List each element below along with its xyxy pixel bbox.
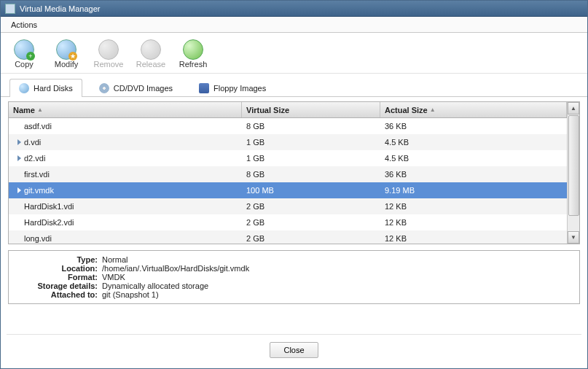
cell-actual: 4.5 KB <box>380 154 567 163</box>
tab-floppy[interactable]: Floppy Images <box>189 79 275 97</box>
table-row[interactable]: d2.vdi1 GB4.5 KB <box>9 150 567 166</box>
disk-copy-icon: + <box>14 39 34 60</box>
cell-virtual: 2 GB <box>242 218 380 227</box>
media-list: Name▲ Virtual Size Actual Size▲ asdf.vdi… <box>8 101 580 244</box>
value-attached: git (Snapshot 1) <box>102 290 159 299</box>
cell-actual: 12 KB <box>380 202 567 211</box>
value-storage: Dynamically allocated storage <box>102 281 208 290</box>
expand-icon[interactable] <box>17 187 21 193</box>
table-row[interactable]: long.vdi2 GB12 KB <box>9 230 567 244</box>
scroll-down-button[interactable]: ▼ <box>568 231 579 244</box>
release-button: Release <box>135 39 167 69</box>
tab-cd-dvd[interactable]: CD/DVD Images <box>90 79 182 97</box>
cell-actual: 36 KB <box>380 170 567 179</box>
disk-modify-icon: ★ <box>56 39 77 60</box>
cell-name: git.vmdk <box>9 186 242 195</box>
value-type: Normal <box>102 255 128 264</box>
label-type: Type: <box>15 255 102 264</box>
hard-disk-icon <box>19 83 29 93</box>
cell-actual: 36 KB <box>380 122 567 131</box>
footer: Close <box>7 334 581 368</box>
cell-name: asdf.vdi <box>9 122 242 131</box>
label-location: Location: <box>15 264 102 273</box>
table-row[interactable]: first.vdi8 GB36 KB <box>9 166 567 182</box>
table-row[interactable]: git.vmdk100 MB9.19 MB <box>9 182 567 198</box>
label-storage: Storage details: <box>15 281 102 290</box>
cell-virtual: 100 MB <box>242 186 380 195</box>
toolbar: +Copy ★Modify Remove Release Refresh <box>1 33 587 74</box>
table-row[interactable]: asdf.vdi8 GB36 KB <box>9 118 567 134</box>
expand-icon[interactable] <box>17 155 21 161</box>
sort-indicator-icon: ▲ <box>430 106 436 113</box>
copy-button[interactable]: +Copy <box>8 39 40 69</box>
rows-container: asdf.vdi8 GB36 KBd.vdi1 GB4.5 KBd2.vdi1 … <box>9 118 567 244</box>
refresh-button[interactable]: Refresh <box>177 39 209 69</box>
cell-virtual: 2 GB <box>242 234 380 243</box>
cell-actual: 12 KB <box>380 218 567 227</box>
label-format: Format: <box>15 273 102 281</box>
cell-virtual: 1 GB <box>242 154 380 163</box>
menu-actions[interactable]: Actions <box>7 19 42 31</box>
cell-virtual: 8 GB <box>242 122 380 131</box>
remove-button: Remove <box>93 39 125 69</box>
cell-actual: 12 KB <box>380 234 567 243</box>
app-icon <box>5 4 15 14</box>
sort-asc-icon: ▲ <box>37 106 43 113</box>
col-actual-size[interactable]: Actual Size▲ <box>380 102 567 117</box>
cell-name: d2.vdi <box>9 154 242 163</box>
window-title: Virtual Media Manager <box>20 4 100 13</box>
cell-name: long.vdi <box>9 234 242 243</box>
table-row[interactable]: HardDisk1.vdi2 GB12 KB <box>9 198 567 214</box>
scrollbar[interactable]: ▲ ▼ <box>567 102 579 244</box>
cell-virtual: 8 GB <box>242 170 380 179</box>
floppy-icon <box>199 83 209 93</box>
cell-name: d.vdi <box>9 138 242 147</box>
cell-name: HardDisk1.vdi <box>9 202 242 211</box>
col-virtual-size[interactable]: Virtual Size <box>242 102 380 117</box>
modify-button[interactable]: ★Modify <box>50 39 82 69</box>
refresh-icon <box>183 39 203 60</box>
label-attached: Attached to: <box>15 290 102 299</box>
tabbar: Hard Disks CD/DVD Images Floppy Images <box>1 74 587 97</box>
titlebar[interactable]: Virtual Media Manager <box>1 1 587 17</box>
cell-virtual: 2 GB <box>242 202 380 211</box>
virtual-media-manager-window: Virtual Media Manager Actions +Copy ★Mod… <box>0 0 588 369</box>
disk-remove-icon <box>98 39 119 60</box>
details-panel: Type:Normal Location:/home/ian/.VirtualB… <box>8 250 580 304</box>
value-format: VMDK <box>102 273 125 281</box>
col-name[interactable]: Name▲ <box>9 102 242 117</box>
close-button[interactable]: Close <box>270 342 318 358</box>
cell-name: HardDisk2.vdi <box>9 218 242 227</box>
cell-name: first.vdi <box>9 170 242 179</box>
column-headers: Name▲ Virtual Size Actual Size▲ <box>9 102 567 118</box>
table-row[interactable]: HardDisk2.vdi2 GB12 KB <box>9 214 567 230</box>
cell-actual: 4.5 KB <box>380 138 567 147</box>
menubar: Actions <box>1 17 587 33</box>
content-area: Name▲ Virtual Size Actual Size▲ asdf.vdi… <box>1 97 587 334</box>
table-row[interactable]: d.vdi1 GB4.5 KB <box>9 134 567 150</box>
scroll-up-button[interactable]: ▲ <box>568 102 579 114</box>
expand-icon[interactable] <box>17 139 21 145</box>
scroll-thumb[interactable] <box>568 115 579 216</box>
value-location: /home/ian/.VirtualBox/HardDisks/git.vmdk <box>102 264 249 273</box>
cell-actual: 9.19 MB <box>380 186 567 195</box>
cell-virtual: 1 GB <box>242 138 380 147</box>
tab-hard-disks[interactable]: Hard Disks <box>9 79 82 97</box>
cd-icon <box>99 83 109 93</box>
disk-release-icon <box>141 39 161 60</box>
